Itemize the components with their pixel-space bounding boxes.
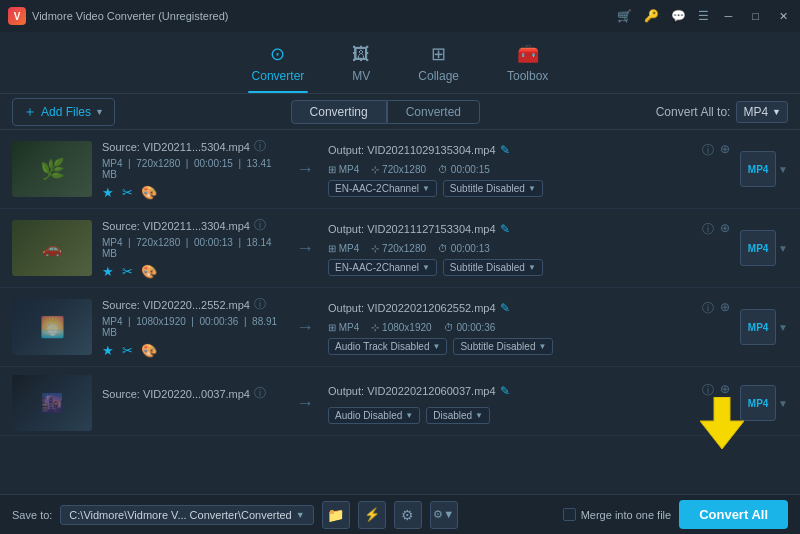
source-label: Source: VID20211...5304.mp4 ⓘ bbox=[102, 138, 282, 155]
format-spec: ⊞ MP4 bbox=[328, 243, 359, 254]
effects-icon[interactable]: 🎨 bbox=[141, 343, 157, 358]
cut-icon[interactable]: ✂ bbox=[122, 185, 133, 200]
output-header: Output: VID20211029135304.mp4 ✎ ⓘ ⊕ bbox=[328, 142, 730, 159]
enhance-icon[interactable]: ★ bbox=[102, 185, 114, 200]
output-add-icon[interactable]: ⊕ bbox=[720, 142, 730, 159]
info-icon[interactable]: ⓘ bbox=[254, 138, 266, 155]
save-path-value: C:\Vidmore\Vidmore V... Converter\Conver… bbox=[69, 509, 291, 521]
output-info-icon[interactable]: ⓘ bbox=[702, 382, 714, 399]
output-icons: ⓘ ⊕ bbox=[702, 142, 730, 159]
tab-toolbox[interactable]: 🧰 Toolbox bbox=[483, 35, 572, 93]
format-select[interactable]: MP4 ▼ bbox=[736, 101, 788, 123]
subtab-converting[interactable]: Converting bbox=[291, 100, 387, 124]
save-path-selector[interactable]: C:\Vidmore\Vidmore V... Converter\Conver… bbox=[60, 505, 313, 525]
format-value: MP4 bbox=[743, 105, 768, 119]
convert-all-to-label: Convert All to: bbox=[656, 105, 731, 119]
edit-icon[interactable]: ✎ bbox=[500, 301, 510, 315]
thumbnail bbox=[12, 220, 92, 276]
subtitle-select[interactable]: Subtitle Disabled ▼ bbox=[453, 338, 553, 355]
tab-converter-label: Converter bbox=[252, 69, 305, 83]
output-header: Output: VID20220212060037.mp4 ✎ ⓘ ⊕ bbox=[328, 382, 730, 399]
output-add-icon[interactable]: ⊕ bbox=[720, 382, 730, 399]
merge-checkbox[interactable]: Merge into one file bbox=[563, 508, 672, 521]
folder-icon[interactable]: 📁 bbox=[322, 501, 350, 529]
audio-track-select[interactable]: EN-AAC-2Channel ▼ bbox=[328, 180, 437, 197]
file-info: Source: VID20211...5304.mp4 ⓘ MP4 | 720x… bbox=[102, 138, 282, 200]
audio-track-select[interactable]: Audio Track Disabled ▼ bbox=[328, 338, 447, 355]
merge-label: Merge into one file bbox=[581, 509, 672, 521]
format-badge: MP4 bbox=[740, 151, 776, 187]
enhance-icon[interactable]: ★ bbox=[102, 264, 114, 279]
add-files-button[interactable]: ＋ Add Files ▼ bbox=[12, 98, 115, 126]
save-to-label: Save to: bbox=[12, 509, 52, 521]
format-badge-caret-icon[interactable]: ▼ bbox=[778, 398, 788, 409]
source-label: Source: VID20220...2552.mp4 ⓘ bbox=[102, 296, 282, 313]
menu-icon[interactable]: ☰ bbox=[698, 9, 709, 23]
effects-icon[interactable]: 🎨 bbox=[141, 185, 157, 200]
edit-icon[interactable]: ✎ bbox=[500, 143, 510, 157]
thumbnail bbox=[12, 299, 92, 355]
key-icon[interactable]: 🔑 bbox=[644, 9, 659, 23]
output-dropdowns: Audio Track Disabled ▼ Subtitle Disabled… bbox=[328, 338, 730, 355]
output-add-icon[interactable]: ⊕ bbox=[720, 300, 730, 317]
settings2-icon[interactable]: ⚙▼ bbox=[430, 501, 458, 529]
convert-all-button[interactable]: Convert All bbox=[679, 500, 788, 529]
settings-icon[interactable]: ⚙ bbox=[394, 501, 422, 529]
audio-caret-icon: ▼ bbox=[405, 411, 413, 420]
cut-icon[interactable]: ✂ bbox=[122, 264, 133, 279]
cut-icon[interactable]: ✂ bbox=[122, 343, 133, 358]
subtitle-caret-icon: ▼ bbox=[528, 184, 536, 193]
flash-icon[interactable]: ⚡ bbox=[358, 501, 386, 529]
output-name: Output: VID20211029135304.mp4 bbox=[328, 144, 496, 156]
format-badge-caret-icon[interactable]: ▼ bbox=[778, 164, 788, 175]
file-meta: MP4 | 1080x1920 | 00:00:36 | 88.91 MB bbox=[102, 316, 282, 338]
edit-icon[interactable]: ✎ bbox=[500, 384, 510, 398]
file-item: Source: VID20220...2552.mp4 ⓘ MP4 | 1080… bbox=[0, 288, 800, 367]
chat-icon[interactable]: 💬 bbox=[671, 9, 686, 23]
output-specs: ⊞ MP4 ⊹ 720x1280 ⏱ 00:00:13 bbox=[328, 243, 730, 254]
add-files-caret-icon: ▼ bbox=[95, 107, 104, 117]
tab-toolbox-label: Toolbox bbox=[507, 69, 548, 83]
output-info-icon[interactable]: ⓘ bbox=[702, 142, 714, 159]
maximize-button[interactable]: □ bbox=[748, 10, 763, 22]
format-badge-wrap: MP4 ▼ bbox=[740, 230, 788, 266]
output-name: Output: VID20220212062552.mp4 bbox=[328, 302, 496, 314]
format-badge-caret-icon[interactable]: ▼ bbox=[778, 243, 788, 254]
subtitle-select[interactable]: Subtitle Disabled ▼ bbox=[443, 180, 543, 197]
output-info-icon[interactable]: ⓘ bbox=[702, 300, 714, 317]
subtab-converted[interactable]: Converted bbox=[387, 100, 480, 124]
audio-disabled-select[interactable]: Audio Disabled ▼ bbox=[328, 407, 420, 424]
output-add-icon[interactable]: ⊕ bbox=[720, 221, 730, 238]
thumbnail bbox=[12, 141, 92, 197]
merge-checkbox-input[interactable] bbox=[563, 508, 576, 521]
toolbox-icon: 🧰 bbox=[517, 43, 539, 65]
tab-mv[interactable]: 🖼 MV bbox=[328, 36, 394, 93]
effects-icon[interactable]: 🎨 bbox=[141, 264, 157, 279]
format-spec: ⊞ MP4 bbox=[328, 164, 359, 175]
info-icon[interactable]: ⓘ bbox=[254, 385, 266, 402]
enhance-icon[interactable]: ★ bbox=[102, 343, 114, 358]
audio-track-select[interactable]: EN-AAC-2Channel ▼ bbox=[328, 259, 437, 276]
bottom-bar: Save to: C:\Vidmore\Vidmore V... Convert… bbox=[0, 494, 800, 534]
arrow-right-icon: → bbox=[292, 238, 318, 259]
subtitle-select[interactable]: Subtitle Disabled ▼ bbox=[443, 259, 543, 276]
cart-icon[interactable]: 🛒 bbox=[617, 9, 632, 23]
subtitle-disabled-select[interactable]: Disabled ▼ bbox=[426, 407, 490, 424]
arrow-right-icon: → bbox=[292, 159, 318, 180]
info-icon[interactable]: ⓘ bbox=[254, 296, 266, 313]
minimize-button[interactable]: ─ bbox=[721, 10, 737, 22]
edit-icon[interactable]: ✎ bbox=[500, 222, 510, 236]
output-header: Output: VID20211127153304.mp4 ✎ ⓘ ⊕ bbox=[328, 221, 730, 238]
tab-collage[interactable]: ⊞ Collage bbox=[394, 35, 483, 93]
format-badge-wrap: MP4 ▼ bbox=[740, 151, 788, 187]
file-output: Output: VID20211127153304.mp4 ✎ ⓘ ⊕ ⊞ MP… bbox=[328, 221, 730, 276]
close-button[interactable]: ✕ bbox=[775, 10, 792, 23]
format-badge-caret-icon[interactable]: ▼ bbox=[778, 322, 788, 333]
tab-converter[interactable]: ⊙ Converter bbox=[228, 35, 329, 93]
file-output: Output: VID20220212060037.mp4 ✎ ⓘ ⊕ Audi… bbox=[328, 382, 730, 424]
output-info-icon[interactable]: ⓘ bbox=[702, 221, 714, 238]
format-spec: ⊞ MP4 bbox=[328, 322, 359, 333]
info-icon[interactable]: ⓘ bbox=[254, 217, 266, 234]
title-bar: V Vidmore Video Converter (Unregistered)… bbox=[0, 0, 800, 32]
audio-caret-icon: ▼ bbox=[422, 263, 430, 272]
